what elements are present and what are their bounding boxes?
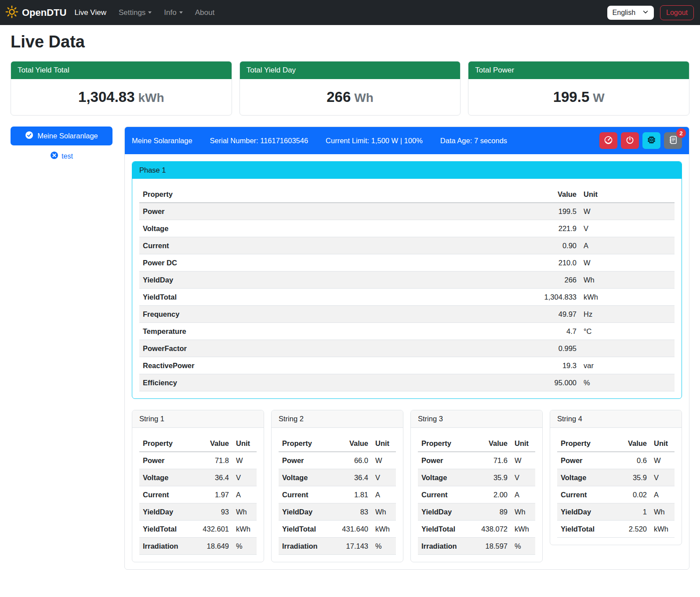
event-log-button[interactable]: 2 bbox=[664, 132, 682, 149]
table-row: YieldDay266Wh bbox=[139, 271, 675, 289]
table-row: Power199.5W bbox=[139, 203, 675, 220]
value-cell: 49.97 bbox=[514, 306, 580, 323]
device-info-button[interactable] bbox=[642, 132, 660, 149]
unit-cell: kWh bbox=[511, 521, 535, 538]
inverter-actions: 2 bbox=[599, 132, 682, 149]
column-property: Property bbox=[279, 435, 330, 452]
limit-settings-button[interactable] bbox=[599, 132, 617, 149]
table-row: Irradiation18.649% bbox=[139, 538, 257, 555]
value-cell: 19.3 bbox=[514, 357, 580, 374]
string-table-head: Property Value Unit bbox=[557, 435, 675, 452]
nav-item-about[interactable]: About bbox=[195, 8, 214, 17]
property-cell: YieldDay bbox=[418, 503, 469, 521]
table-row: Power71.6W bbox=[418, 452, 535, 469]
value-cell: 432.601 bbox=[191, 521, 232, 538]
column-value: Value bbox=[330, 435, 372, 452]
table-row: YieldTotal438.072kWh bbox=[418, 521, 535, 538]
unit-cell: kWh bbox=[232, 521, 257, 538]
property-cell: YieldTotal bbox=[279, 521, 330, 538]
string-card-4: String 4 Property Value Unit bbox=[550, 410, 682, 545]
value-cell: 1.81 bbox=[330, 486, 372, 503]
unit-cell: kWh bbox=[650, 521, 675, 538]
property-cell: Voltage bbox=[418, 469, 469, 486]
check-circle-icon bbox=[25, 131, 33, 141]
string-card-title: String 1 bbox=[132, 410, 264, 428]
summary-row: Total Yield Total 1,304.83kWh Total Yiel… bbox=[11, 61, 689, 116]
nav-item-info[interactable]: Info bbox=[164, 8, 182, 17]
string-table: Property Value Unit Power0.6WVoltage35.9… bbox=[557, 435, 675, 538]
string-table-body: Power71.8WVoltage36.4VCurrent1.97AYieldD… bbox=[139, 452, 257, 555]
property-cell: Power bbox=[557, 452, 609, 469]
unit-cell: V bbox=[580, 220, 675, 237]
value-cell: 2.00 bbox=[469, 486, 511, 503]
property-cell: Efficiency bbox=[139, 374, 514, 391]
inverter-sidebar: Meine Solaranlage test bbox=[11, 127, 112, 161]
journal-text-icon bbox=[668, 135, 678, 146]
column-value: Value bbox=[609, 435, 650, 452]
nav-item-settings[interactable]: Settings bbox=[119, 8, 152, 17]
table-row: Irradiation17.143% bbox=[279, 538, 396, 555]
unit-cell: °C bbox=[580, 323, 675, 340]
table-row: ReactivePower19.3var bbox=[139, 357, 675, 374]
summary-card-body: 199.5W bbox=[468, 79, 689, 115]
unit-cell: W bbox=[580, 203, 675, 220]
property-cell: Power DC bbox=[139, 254, 514, 271]
value-cell: 0.02 bbox=[609, 486, 650, 503]
inverter-selected-label: Meine Solaranlage bbox=[37, 132, 98, 140]
phase-table-body: Power199.5WVoltage221.9VCurrent0.90APowe… bbox=[139, 203, 675, 391]
summary-unit: Wh bbox=[354, 91, 374, 105]
table-row: YieldTotal1,304.833kWh bbox=[139, 289, 675, 306]
language-select[interactable]: English bbox=[607, 6, 654, 20]
table-row: YieldDay89Wh bbox=[418, 503, 535, 521]
cpu-icon bbox=[647, 135, 656, 146]
table-row: YieldTotal432.601kWh bbox=[139, 521, 257, 538]
value-cell: 71.6 bbox=[469, 452, 511, 469]
property-cell: Power bbox=[139, 203, 514, 220]
brand[interactable]: OpenDTU bbox=[5, 5, 66, 20]
table-row: Irradiation18.597% bbox=[418, 538, 535, 555]
unit-cell: kWh bbox=[580, 289, 675, 306]
unit-cell: var bbox=[580, 357, 675, 374]
table-row: YieldTotal2.520kWh bbox=[557, 521, 675, 538]
property-cell: YieldTotal bbox=[418, 521, 469, 538]
column-unit: Unit bbox=[580, 186, 675, 203]
value-cell: 18.597 bbox=[469, 538, 511, 555]
inverter-item-test[interactable]: test bbox=[50, 151, 73, 161]
value-cell: 18.649 bbox=[191, 538, 232, 555]
summary-value: 199.5 bbox=[553, 89, 590, 105]
property-cell: Current bbox=[139, 237, 514, 254]
power-button[interactable] bbox=[621, 132, 639, 149]
unit-cell: A bbox=[232, 486, 257, 503]
property-cell: Current bbox=[279, 486, 330, 503]
summary-card-total-power: Total Power 199.5W bbox=[468, 61, 689, 116]
unit-cell: Wh bbox=[511, 503, 535, 521]
table-row: Efficiency95.000% bbox=[139, 374, 675, 391]
unit-cell: Wh bbox=[580, 271, 675, 289]
table-row: Power66.0W bbox=[279, 452, 396, 469]
unit-cell: A bbox=[372, 486, 396, 503]
table-header-row: Property Value Unit bbox=[139, 435, 257, 452]
value-cell: 1,304.833 bbox=[514, 289, 580, 306]
table-row: Voltage35.9V bbox=[557, 469, 675, 486]
property-cell: Frequency bbox=[139, 306, 514, 323]
property-cell: YieldTotal bbox=[139, 289, 514, 306]
property-cell: Power bbox=[139, 452, 191, 469]
inverter-selected-button[interactable]: Meine Solaranlage bbox=[11, 127, 112, 145]
table-row: PowerFactor0.995 bbox=[139, 340, 675, 357]
table-row: YieldDay83Wh bbox=[279, 503, 396, 521]
inverter-limit: Current Limit: 1,500 W | 100% bbox=[326, 137, 423, 145]
logout-button[interactable]: Logout bbox=[660, 5, 694, 20]
value-cell: 17.143 bbox=[330, 538, 372, 555]
nav-item-live-view[interactable]: Live View bbox=[74, 8, 106, 17]
table-row: Current0.90A bbox=[139, 237, 675, 254]
property-cell: PowerFactor bbox=[139, 340, 514, 357]
speedometer-icon bbox=[604, 135, 613, 146]
string-card-1: String 1 Property Value Unit bbox=[132, 410, 264, 562]
table-header-row: Property Value Unit bbox=[557, 435, 675, 452]
string-table-body: Power71.6WVoltage35.9VCurrent2.00AYieldD… bbox=[418, 452, 535, 555]
inverter-panel-header: Meine Solaranlage Serial Number: 1161716… bbox=[125, 127, 689, 154]
table-row: Voltage35.9V bbox=[418, 469, 535, 486]
summary-card-total-yield-total: Total Yield Total 1,304.83kWh bbox=[11, 61, 232, 116]
unit-cell: % bbox=[372, 538, 396, 555]
value-cell: 1.97 bbox=[191, 486, 232, 503]
